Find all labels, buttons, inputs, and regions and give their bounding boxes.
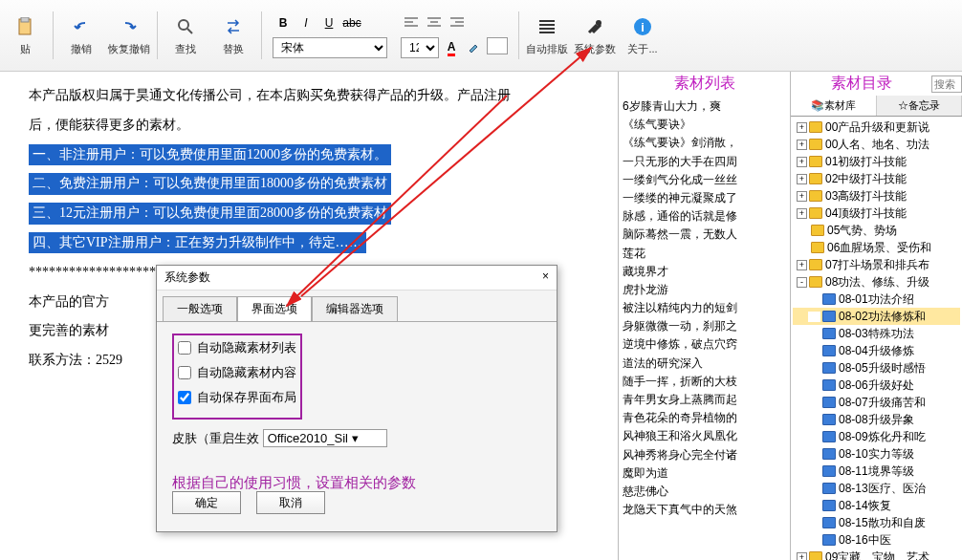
chk-save-layout[interactable] — [178, 391, 191, 404]
tree-item[interactable]: 08-13医疗、医治 — [793, 480, 960, 497]
main-toolbar: 贴 撤销 恢复撤销 查找 替换 B I U abc 宋体 12 A — [0, 0, 962, 72]
tree-item[interactable]: 08-07升级痛苦和 — [793, 394, 960, 411]
tree-item[interactable]: +01初级打斗技能 — [793, 153, 960, 170]
font-size-select[interactable]: 12 — [401, 37, 439, 58]
list-item[interactable]: 脉感，通俗的话就是修 — [623, 207, 786, 226]
ok-button[interactable]: 确定 — [172, 491, 241, 514]
cancel-button[interactable]: 取消 — [256, 491, 325, 514]
tab-memo[interactable]: ☆备忘录 — [877, 96, 963, 116]
material-list-panel: 素材列表 6岁膝青山大力，爽《练气要诀》《练气要诀》剑消散，一只无形的大手在四周… — [618, 72, 790, 560]
find-button[interactable]: 查找 — [163, 7, 208, 64]
search-input[interactable] — [931, 75, 962, 93]
sysparam-dialog: 系统参数 × 一般选项 界面选项 编辑器选项 自动隐藏素材列表 自动隐藏素材内容… — [156, 265, 558, 532]
tree-item[interactable]: 08-14恢复 — [793, 497, 960, 514]
list-item[interactable]: 青年男女身上蒸腾而起 — [623, 391, 786, 409]
list-item[interactable]: 道法的研究深入 — [623, 355, 786, 373]
tree-item[interactable]: 08-15散功和自废 — [793, 514, 960, 531]
tree-item[interactable]: +07打斗场景和排兵布 — [793, 256, 960, 273]
list-item[interactable]: 一只无形的大手在四周 — [623, 153, 786, 171]
tab-material-lib[interactable]: 📚素材库 — [791, 96, 877, 116]
list-item[interactable]: 莲花 — [623, 245, 786, 263]
align-center-button[interactable] — [424, 12, 445, 33]
tree-item[interactable]: 08-16中医 — [793, 531, 960, 549]
autolayout-icon — [536, 15, 558, 38]
list-item[interactable]: 6岁膝青山大力，爽 — [623, 97, 786, 116]
underline-button[interactable]: U — [318, 12, 339, 33]
skin-select[interactable]: Office2010_Sil ▾ — [263, 429, 387, 447]
svg-text:i: i — [641, 20, 645, 34]
material-tree-panel: 素材目录 📚素材库 ☆备忘录 +00产品升级和更新说+00人名、地名、功法+01… — [790, 72, 962, 560]
align-right-button[interactable] — [447, 12, 468, 33]
align-left-button[interactable] — [401, 12, 422, 33]
list-item[interactable]: 青色花朵的奇异植物的 — [623, 409, 786, 427]
tree-item[interactable]: 08-06升级好处 — [793, 377, 960, 394]
tree-item[interactable]: 06血腥场景、受伤和 — [793, 239, 960, 256]
font-color-button[interactable]: A — [441, 37, 462, 58]
undo-button[interactable]: 撤销 — [58, 7, 104, 64]
tree-item[interactable]: -08功法、修练、升级 — [793, 273, 960, 291]
svg-rect-1 — [21, 17, 29, 22]
tree-item[interactable]: 08-10实力等级 — [793, 445, 960, 463]
font-name-select[interactable]: 宋体 — [273, 37, 387, 58]
strike-button[interactable]: abc — [341, 12, 362, 33]
tree-item[interactable]: +04顶级打斗技能 — [793, 205, 960, 222]
material-tree[interactable]: +00产品升级和更新说+00人名、地名、功法+01初级打斗技能+02中级打斗技能… — [791, 117, 962, 560]
svg-line-3 — [187, 29, 192, 33]
tree-item[interactable]: 08-03特殊功法 — [793, 325, 960, 342]
tree-item[interactable]: 08-04升级修炼 — [793, 342, 960, 359]
list-item[interactable]: 魔即为道 — [623, 464, 786, 483]
tree-item[interactable]: 08-09炼化丹和吃 — [793, 428, 960, 445]
chk-label: 自动隐藏素材内容 — [197, 364, 296, 381]
list-item[interactable]: 《练气要诀》剑消散， — [623, 134, 786, 152]
editor-text: 一、非注册用户：可以免费使用里面12000多份的免费素材。 — [29, 144, 391, 165]
sysparam-button[interactable]: 系统参数 — [572, 7, 618, 64]
list-item[interactable]: 龙隐天下真气中的天煞 — [623, 501, 786, 519]
tree-item[interactable]: +03高级打斗技能 — [793, 187, 960, 205]
list-item[interactable]: 随手一挥，折断的大枝 — [623, 373, 786, 391]
tree-item[interactable]: 08-02功法修炼和 — [793, 308, 960, 325]
panel-title: 素材列表 — [619, 72, 790, 96]
tab-editor[interactable]: 编辑器选项 — [312, 296, 398, 321]
editor-text: 三、12元注册用户：可以免费使用里面28000多份的免费素材 — [29, 203, 391, 224]
list-item[interactable]: 逆境中修炼，破点穴窍 — [623, 335, 786, 354]
list-item[interactable]: 藏境界才 — [623, 263, 786, 281]
autolayout-button[interactable]: 自动排版 — [524, 7, 570, 64]
list-item[interactable]: 一缕剑气分化成一丝丝 — [623, 171, 786, 189]
tree-item[interactable]: +09宝藏、宝物、艺术 — [793, 549, 960, 560]
list-item[interactable]: 慈悲佛心 — [623, 483, 786, 501]
close-icon[interactable]: × — [542, 269, 549, 286]
chk-label: 自动隐藏素材列表 — [197, 339, 296, 356]
tree-item[interactable]: 08-01功法介绍 — [793, 291, 960, 308]
tree-item[interactable]: 08-08升级异象 — [793, 411, 960, 428]
tab-general[interactable]: 一般选项 — [163, 296, 237, 321]
paste-button[interactable]: 贴 — [2, 7, 48, 64]
tree-item[interactable]: +00产品升级和更新说 — [793, 118, 960, 136]
tab-ui[interactable]: 界面选项 — [237, 296, 312, 321]
tree-item[interactable]: 05气势、势场 — [793, 222, 960, 239]
italic-button[interactable]: I — [295, 12, 317, 33]
material-list[interactable]: 6岁膝青山大力，爽《练气要诀》《练气要诀》剑消散，一只无形的大手在四周一缕剑气分… — [619, 96, 790, 560]
tree-item[interactable]: +02中级打斗技能 — [793, 170, 960, 187]
list-item[interactable]: 一缕缕的神元凝聚成了 — [623, 189, 786, 207]
list-item[interactable]: 风神秀将身心完全付诸 — [623, 446, 786, 464]
list-item[interactable]: 《练气要诀》 — [623, 116, 786, 134]
about-button[interactable]: i 关于... — [620, 7, 666, 64]
chk-hide-list[interactable] — [178, 341, 191, 355]
svg-point-17 — [596, 20, 601, 26]
tree-item[interactable]: 08-11境界等级 — [793, 463, 960, 480]
color-swatch[interactable] — [487, 37, 508, 54]
tree-item[interactable]: +00人名、地名、功法 — [793, 136, 960, 153]
dialog-titlebar[interactable]: 系统参数 × — [157, 266, 557, 291]
redo-button[interactable]: 恢复撤销 — [106, 7, 152, 64]
svg-point-2 — [179, 20, 188, 30]
replace-button[interactable]: 替换 — [210, 7, 256, 64]
highlight-button[interactable] — [464, 37, 485, 58]
list-item[interactable]: 被注以精纯内力的短剑 — [623, 299, 786, 317]
list-item[interactable]: 脑际蓦然一震，无数人 — [623, 226, 786, 244]
list-item[interactable]: 虎扑龙游 — [623, 281, 786, 299]
list-item[interactable]: 身躯微微一动，刹那之 — [623, 317, 786, 335]
chk-hide-content[interactable] — [178, 366, 191, 379]
list-item[interactable]: 风神狼王和浴火凤凰化 — [623, 427, 786, 445]
bold-button[interactable]: B — [273, 12, 294, 33]
tree-item[interactable]: 08-05升级时感悟 — [793, 359, 960, 377]
